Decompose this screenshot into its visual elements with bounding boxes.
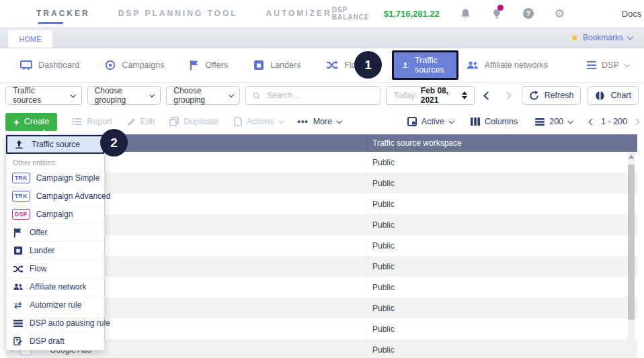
chevron-down-icon [278, 118, 284, 124]
table-header-workspace[interactable]: Traffic source workspace [366, 134, 637, 152]
pagination: 1 - 200 [590, 117, 639, 126]
search-icon [253, 91, 260, 100]
columns-icon [471, 118, 480, 126]
actions-button[interactable]: Actions [234, 117, 283, 126]
app-window: TRACKER DSP PLANNING TOOL AUTOMIZER DSP … [0, 0, 644, 358]
scrollbar-up-arrow-icon[interactable] [629, 154, 634, 159]
docs-label: Docs [622, 9, 642, 19]
active-status-icon [407, 117, 417, 126]
entity-type-select[interactable]: Traffic sources [5, 86, 82, 105]
menu-item-automizer-rule[interactable]: ⇄ Automizer rule [6, 296, 104, 314]
campaigns-target-icon [105, 60, 116, 71]
menu-item-dsp-draft[interactable]: DSP draft [6, 332, 104, 350]
flows-shuffle-icon [326, 60, 338, 70]
dsp-badge: DSP [12, 209, 30, 220]
offers-flag-icon [190, 60, 199, 71]
nav-dashboard[interactable]: Dashboard [20, 60, 79, 71]
more-button[interactable]: ••• More [298, 117, 341, 126]
step-badge-2: 2 [100, 129, 128, 156]
menu-item-campaign-simple[interactable]: TRK Campaign Simple [6, 169, 104, 187]
dsp-balance-label: DSP BALANCE [332, 6, 378, 21]
chevron-down-icon [448, 118, 454, 124]
chevron-down-icon [229, 92, 234, 97]
nav-traffic-sources-active[interactable]: Traffic sources [392, 50, 458, 80]
grouping-select-2[interactable]: Choose grouping [166, 86, 240, 105]
date-next-button[interactable] [501, 86, 514, 105]
edit-button[interactable]: Edit [127, 117, 155, 126]
nav-tracker[interactable]: TRACKER [36, 9, 90, 18]
menu-caret [38, 130, 49, 135]
menu-item-traffic-source[interactable]: Traffic source [6, 135, 104, 154]
toolbar-right: Active Columns 200 1 - 200 [390, 117, 639, 126]
chevron-down-icon [150, 92, 155, 97]
nav-offers[interactable]: Offers [190, 60, 228, 71]
edit-pencil-icon [127, 118, 136, 126]
report-button[interactable]: Report [72, 117, 112, 126]
menu-item-flow[interactable]: Flow [6, 259, 104, 277]
offer-flag-icon [12, 228, 24, 238]
report-list-icon [72, 118, 82, 126]
status-filter-active[interactable]: Active [407, 117, 453, 126]
nav-dsp-menu[interactable]: DSP [587, 60, 629, 70]
nav-campaigns[interactable]: Campaigns [105, 60, 164, 71]
menu-item-lander[interactable]: Lander [6, 241, 104, 259]
refresh-button[interactable]: Refresh [522, 86, 581, 105]
menu-item-offer[interactable]: Offer [6, 223, 104, 241]
page-prev-button[interactable] [589, 118, 596, 125]
search-box [245, 86, 380, 105]
columns-button[interactable]: Columns [471, 117, 518, 126]
date-value: Feb 08, 2021 [421, 86, 456, 105]
refresh-icon [529, 91, 539, 101]
date-range-picker[interactable]: Today: Feb 08, 2021 [386, 86, 474, 105]
more-dots-icon: ••• [298, 117, 309, 126]
menu-item-campaign-dsp[interactable]: DSP Campaign [6, 205, 104, 223]
menu-item-dsp-auto-pausing-rule[interactable]: DSP auto pausing rule [6, 314, 104, 332]
table-scrollbar[interactable] [628, 152, 635, 358]
rows-icon [535, 118, 545, 126]
page-size-select[interactable]: 200 [535, 117, 572, 126]
settings-gear-icon[interactable]: ⚙ [554, 7, 565, 20]
rules-list-icon [12, 320, 24, 327]
list-icon [587, 61, 596, 70]
grouping-select-1[interactable]: Choose grouping [87, 86, 161, 105]
duplicate-copy-icon [169, 117, 179, 126]
chart-button[interactable]: Chart [588, 86, 639, 105]
dashboard-icon [20, 60, 32, 71]
pie-chart-icon [595, 91, 605, 101]
nav-dsp-planning-tool[interactable]: DSP PLANNING TOOL [118, 9, 238, 18]
bookmarks-label: Bookmarks [583, 33, 623, 42]
tab-strip: HOME ★ Bookmarks [0, 27, 644, 48]
nav-automizer[interactable]: AUTOMIZER [266, 9, 332, 18]
nav-affiliate-networks[interactable]: Affiliate networks [467, 60, 548, 71]
entity-nav: Dashboard Campaigns Offers Landers [0, 48, 644, 83]
date-prefix: Today: [393, 91, 417, 100]
help-icon[interactable]: ? [522, 7, 534, 20]
lander-icon [12, 246, 24, 255]
traffic-source-icon [13, 140, 25, 150]
docs-menu[interactable]: Docs [622, 9, 644, 19]
topbar-right: DSP BALANCE $1,716,281.22 ? ⚙ [332, 6, 644, 21]
affiliate-network-icon [12, 283, 24, 292]
whats-new-bulb-icon[interactable] [491, 7, 503, 20]
page-next-button[interactable] [633, 118, 640, 125]
page-range-label: 1 - 200 [601, 117, 627, 126]
notification-dot [497, 5, 504, 11]
notifications-bell-icon[interactable] [460, 7, 471, 20]
tab-home[interactable]: HOME [8, 30, 52, 48]
date-prev-button[interactable] [481, 86, 494, 105]
bookmarks-menu[interactable]: ★ Bookmarks [570, 33, 636, 42]
top-bar: TRACKER DSP PLANNING TOOL AUTOMIZER DSP … [0, 0, 644, 27]
duplicate-button[interactable]: Duplicate [169, 117, 218, 126]
chevron-down-icon [337, 118, 342, 124]
step-badge-1: 1 [354, 51, 382, 79]
menu-item-campaign-advanced[interactable]: TRK Campaign Advanced [6, 187, 104, 205]
landers-icon [253, 60, 264, 71]
traffic-source-icon [402, 60, 409, 71]
create-button[interactable]: + Create [5, 113, 57, 131]
nav-landers[interactable]: Landers [253, 60, 300, 71]
search-input[interactable] [266, 90, 373, 101]
menu-item-affiliate-network[interactable]: Affiliate network [6, 277, 104, 296]
scrollbar-thumb[interactable] [628, 165, 635, 320]
menu-section-label: Other entities: [6, 154, 104, 169]
bookmark-star-icon: ★ [570, 33, 579, 42]
